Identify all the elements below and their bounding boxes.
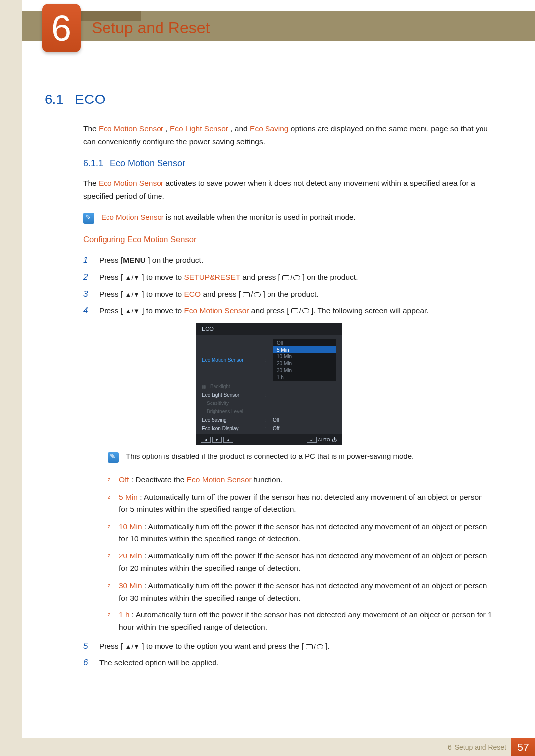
up-down-icon: ▲/▼ <box>125 274 140 281</box>
step-body: Press [ ▲/▼ ] to move to SETUP&RESET and… <box>99 270 493 284</box>
text: Automatically turn off the power if the … <box>119 581 487 602</box>
option-term: 10 Min <box>119 522 142 531</box>
osd-enter-icon: ↲ <box>307 437 317 443</box>
subsection-number: 6.1.1 <box>83 158 103 168</box>
subsection-heading: 6.1.1Eco Motion Sensor <box>83 158 493 169</box>
step-1: 1 Press [MENU ] on the product. <box>83 253 493 268</box>
text: : <box>130 610 136 619</box>
osd-up-icon: ▲ <box>223 437 233 443</box>
text: The <box>83 179 99 187</box>
text: Deactivate the <box>135 475 186 484</box>
note-text: This option is disabled if the product i… <box>126 452 414 460</box>
osd-screenshot: ECO Eco Motion Sensor : Off 5 Min 10 Min… <box>196 323 342 445</box>
step-number: 2 <box>83 270 90 285</box>
text: , and <box>228 124 250 133</box>
note-text: Eco Motion Sensor is not available when … <box>101 213 356 221</box>
osd-row-eco-light-sensor: Eco Light Sensor: <box>196 391 342 399</box>
enter-icon: / <box>306 641 323 653</box>
osd-row-eco-icon-display: Eco Icon Display:Off <box>196 424 342 433</box>
term-eco-motion-sensor: Eco Motion Sensor <box>101 213 164 221</box>
term-eco-motion-sensor: Eco Motion Sensor <box>99 179 163 187</box>
osd-body: Eco Motion Sensor : Off 5 Min 10 Min 20 … <box>196 335 342 434</box>
chapter-title: Setup and Reset <box>92 19 210 37</box>
text: ] to move to the option you want and pre… <box>140 642 306 650</box>
note-portrait-mode: Eco Motion Sensor is not available when … <box>83 213 493 224</box>
osd-label: Sensitivity <box>202 401 261 406</box>
osd-value: Off <box>273 417 279 423</box>
step-number: 4 <box>83 303 90 318</box>
text: Press [ <box>99 290 125 298</box>
osd-row-eco-saving: Eco Saving:Off <box>196 416 342 424</box>
intro-paragraph: The Eco Motion Sensor , Eco Light Sensor… <box>83 122 493 148</box>
step-body: Press [MENU ] on the product. <box>99 253 493 267</box>
up-down-icon: ▲/▼ <box>125 643 140 650</box>
enter-icon: / <box>243 288 261 301</box>
osd-row-sensitivity: Sensitivity <box>196 399 342 407</box>
osd-button-bar: ◄▼▲ ↲AUTO⏻ <box>196 434 342 445</box>
step-body: The selected option will be applied. <box>99 656 493 669</box>
step-number: 3 <box>83 287 90 302</box>
text: : <box>142 522 148 531</box>
osd-power-icon: ⏻ <box>332 437 337 443</box>
option-term: 1 h <box>119 610 130 619</box>
text: Press [ <box>99 273 125 281</box>
osd-label: Eco Saving <box>202 417 261 423</box>
option-term: 5 Min <box>119 493 138 501</box>
step-body: Press [ ▲/▼ ] to move to the option you … <box>99 639 493 653</box>
term-eco-motion-sensor: Eco Motion Sensor <box>184 306 249 315</box>
left-sidebar <box>0 0 22 756</box>
osd-row-backlight: ▦Backlight: <box>196 382 342 391</box>
step-body: Press [ ▲/▼ ] to move to ECO and press [… <box>99 287 493 301</box>
page-number: 57 <box>511 738 535 756</box>
osd-row-eco-motion-sensor: Eco Motion Sensor : Off 5 Min 10 Min 20 … <box>196 338 342 382</box>
osd-label: Brightness Level <box>202 409 261 414</box>
menu-button-label: MENU <box>123 256 146 264</box>
text: function. <box>252 475 283 484</box>
text: ] to move to <box>140 273 184 281</box>
term-eco-motion-sensor: Eco Motion Sensor <box>99 124 163 133</box>
text: Automatically turn off the power if the … <box>119 522 487 543</box>
steps-list: 1 Press [MENU ] on the product. 2 Press … <box>83 253 493 318</box>
option-5min: 5 Min : Automatically turn off the power… <box>108 491 493 516</box>
osd-option-5min: 5 Min <box>273 346 336 353</box>
page-footer: 6Setup and Reset 57 <box>22 738 535 756</box>
term-eco-saving: Eco Saving <box>250 124 288 133</box>
option-20min: 20 Min : Automatically turn off the powe… <box>108 550 493 575</box>
subsection-intro: The Eco Motion Sensor activates to save … <box>83 177 493 202</box>
text: ]. <box>323 642 330 650</box>
text: ] to move to <box>140 306 184 315</box>
option-10min: 10 Min : Automatically turn off the powe… <box>108 521 493 546</box>
text: Press [ <box>99 642 125 650</box>
note-power-saving: This option is disabled if the product i… <box>108 452 493 463</box>
text: : <box>142 581 148 590</box>
text: ] on the product. <box>300 273 358 281</box>
option-term: 30 Min <box>119 581 142 590</box>
text: ] to move to <box>140 290 184 298</box>
enter-icon: / <box>291 305 309 317</box>
page-content: 6.1 ECO The Eco Motion Sensor , Eco Ligh… <box>45 92 493 672</box>
osd-auto-label: AUTO <box>318 437 330 442</box>
osd-value: Off <box>273 426 279 431</box>
up-down-icon: ▲/▼ <box>125 307 140 315</box>
step-5: 5 Press [ ▲/▼ ] to move to the option yo… <box>83 639 493 654</box>
osd-option-10min: 10 Min <box>273 353 336 360</box>
text: and press [ <box>249 306 291 315</box>
option-term: 20 Min <box>119 552 142 560</box>
section-number: 6.1 <box>45 92 64 107</box>
text: : <box>142 552 148 560</box>
subsection-title: Eco Motion Sensor <box>110 158 185 168</box>
text: and press [ <box>201 290 243 298</box>
text: , <box>163 124 170 133</box>
text: Automatically turn off the power if the … <box>119 493 483 513</box>
option-off: Off : Deactivate the Eco Motion Sensor f… <box>108 474 493 486</box>
osd-option-20min: 20 Min <box>273 360 336 367</box>
text: : <box>138 493 144 501</box>
note-icon <box>83 213 94 224</box>
option-term: Off <box>119 475 129 484</box>
osd-label: Eco Icon Display <box>202 426 261 431</box>
osd-dropdown: Off 5 Min 10 Min 20 Min 30 Min 1 h <box>273 339 336 381</box>
configuring-heading: Configuring Eco Motion Sensor <box>83 235 493 244</box>
text: is not available when the monitor is use… <box>164 213 356 221</box>
osd-label: Backlight <box>210 384 264 389</box>
step-body: Press [ ▲/▼ ] to move to Eco Motion Sens… <box>99 304 493 317</box>
